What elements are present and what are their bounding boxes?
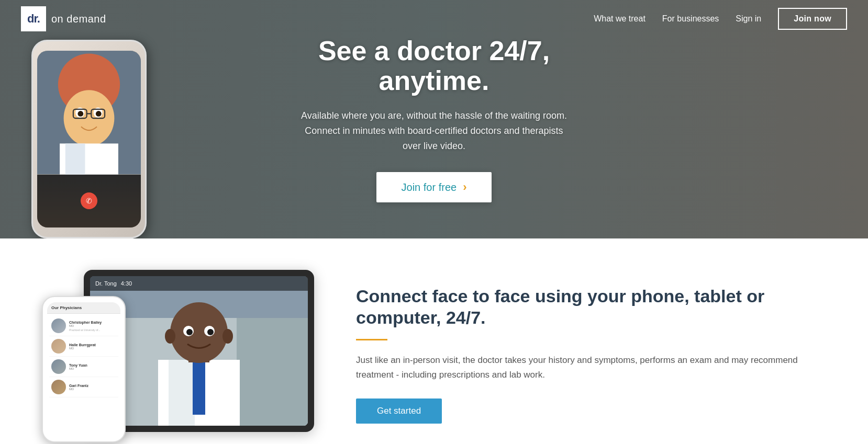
nav-sign-in[interactable]: Sign in [736, 14, 761, 24]
phone-screen: ✆ [37, 51, 141, 227]
svg-point-2 [64, 90, 115, 146]
svg-point-23 [222, 329, 233, 344]
hero-title: See a doctor 24/7, anytime. [277, 36, 591, 96]
ipad-top-bar: Dr. Tong 4:30 [90, 276, 308, 291]
device-illustrations: Dr. Tong 4:30 Our Physicians Christopher… [42, 270, 314, 442]
doctor-name: Christopher Bailey [69, 321, 102, 324]
svg-point-27 [207, 329, 214, 335]
phone-call-controls: ✆ [37, 175, 141, 227]
join-free-button[interactable]: Join for free › [376, 172, 492, 202]
avatar [51, 359, 66, 374]
join-now-button[interactable]: Join now [778, 8, 847, 30]
svg-rect-18 [169, 360, 195, 426]
iphone-doctor-list: Christopher Bailey MD Practiced at Unive… [47, 314, 120, 400]
svg-rect-19 [193, 362, 205, 415]
ipad-doctor-name: Dr. Tong [95, 280, 117, 287]
list-item: Halle Burrgprat MD [49, 336, 118, 357]
logo-box: dr. [21, 6, 46, 31]
svg-point-22 [165, 329, 175, 344]
doctor-title: MD [69, 367, 87, 370]
doctor-info: Christopher Bailey MD Practiced at Unive… [69, 321, 102, 332]
svg-point-6 [96, 111, 102, 117]
features-section: Dr. Tong 4:30 Our Physicians Christopher… [0, 238, 868, 444]
iphone-header: Our Physicians [47, 302, 120, 314]
hero-subtitle: Available where you are, without the has… [277, 108, 591, 153]
feature-divider [356, 339, 387, 340]
logo-text: on demand [51, 13, 106, 25]
ipad-status: 4:30 [121, 280, 132, 287]
join-free-label: Join for free [402, 181, 457, 193]
get-started-button[interactable]: Get started [356, 399, 442, 424]
list-item: Gari Frantz MD [49, 377, 118, 397]
svg-rect-11 [65, 143, 85, 174]
doctor-info: Gari Frantz MD [69, 384, 88, 391]
doctor-title: MD [69, 347, 96, 350]
svg-rect-16 [237, 318, 308, 426]
navbar: dr. on demand What we treat For business… [0, 0, 868, 38]
doctor-info: Tony Yuan MD [69, 363, 87, 370]
end-call-button[interactable]: ✆ [81, 192, 97, 209]
feature-title: Connect face to face using your phone, t… [356, 286, 826, 328]
feature-description: Just like an in-person visit, the doctor… [356, 353, 826, 383]
logo-icon: dr. [27, 12, 40, 26]
feature-text-area: Connect face to face using your phone, t… [356, 270, 826, 424]
doctor-info: Halle Burrgprat MD [69, 343, 96, 350]
doctor-name: Halle Burrgprat [69, 343, 96, 347]
navbar-logo-area: dr. on demand [21, 6, 106, 31]
phone-mockup: ✆ [31, 40, 147, 238]
svg-point-5 [77, 111, 83, 117]
hero-content: See a doctor 24/7, anytime. Available wh… [277, 36, 591, 203]
nav-what-we-treat[interactable]: What we treat [594, 14, 646, 24]
nav-for-businesses[interactable]: For businesses [662, 14, 719, 24]
list-item: Tony Yuan MD [49, 357, 118, 377]
avatar [51, 339, 66, 354]
list-item: Christopher Bailey MD Practiced at Unive… [49, 316, 118, 336]
svg-point-21 [170, 302, 228, 363]
avatar [51, 380, 66, 394]
svg-point-26 [186, 329, 193, 335]
doctor-title: MD [69, 388, 88, 391]
doctor-face-phone [37, 51, 141, 175]
avatar [51, 318, 66, 333]
doctor-blurb: Practiced at University of... [69, 328, 102, 332]
iphone-mockup: Our Physicians Christopher Bailey MD Pra… [42, 296, 126, 442]
iphone-screen: Our Physicians Christopher Bailey MD Pra… [47, 302, 120, 436]
doctor-title: MD [69, 324, 102, 327]
doctor-name: Tony Yuan [69, 363, 87, 367]
doctor-name: Gari Frantz [69, 384, 88, 388]
navbar-links: What we treat For businesses Sign in Joi… [594, 8, 847, 30]
chevron-right-icon: › [463, 180, 466, 194]
